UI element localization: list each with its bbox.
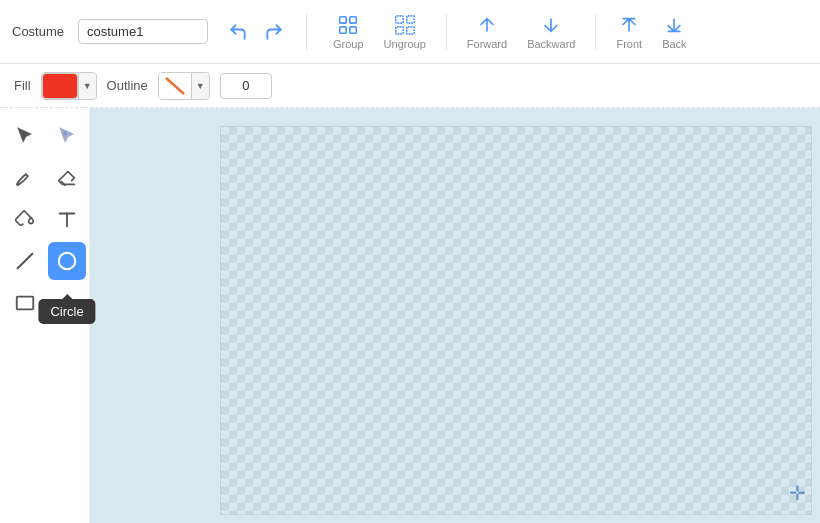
costume-label: Costume [12,24,64,39]
line-tool-button[interactable] [6,242,44,280]
ungroup-label: Ungroup [384,38,426,50]
backward-button[interactable]: Backward [517,12,585,52]
brush-icon [14,166,36,188]
backward-icon [540,14,562,36]
undo-redo-group [222,18,290,46]
outline-label: Outline [107,78,148,93]
group-button[interactable]: Group [323,12,374,52]
circle-icon [56,250,78,272]
outline-color-picker[interactable]: ▼ [158,72,210,100]
brush-tool-button[interactable] [6,158,44,196]
fill-color-swatch [42,73,78,99]
front-icon [618,14,640,36]
forward-button[interactable]: Forward [457,12,517,52]
canvas-cursor-icon: ✛ [789,481,806,505]
select-reshape-icon [56,124,78,146]
front-back-group: Front Back [606,12,696,52]
fill-swatch-arrow: ▼ [78,73,96,99]
arrange-group: Group Ungroup [323,12,436,52]
svg-rect-4 [396,15,403,22]
svg-rect-2 [340,26,346,32]
order-group: Forward Backward [457,12,586,52]
outline-value-input[interactable] [220,73,272,99]
backward-label: Backward [527,38,575,50]
select-tool-button[interactable] [6,116,44,154]
svg-rect-1 [350,16,356,22]
fill-label: Fill [14,78,31,93]
toolbox-spacer [48,284,86,322]
line-icon [14,250,36,272]
undo-button[interactable] [222,18,254,46]
eraser-tool-button[interactable] [48,158,86,196]
canvas-inner[interactable] [220,126,812,515]
outline-swatch-arrow: ▼ [191,73,209,99]
redo-button[interactable] [258,18,290,46]
text-tool-button[interactable] [48,200,86,238]
fill-bucket-icon [14,208,36,230]
ungroup-button[interactable]: Ungroup [374,12,436,52]
fill-color-picker[interactable]: ▼ [41,72,97,100]
outline-diagonal-icon [164,76,186,96]
text-icon [56,208,78,230]
svg-rect-5 [407,15,414,22]
redo-icon [264,22,284,42]
svg-rect-3 [350,26,356,32]
svg-line-8 [166,78,184,94]
svg-point-14 [59,253,76,270]
rectangle-icon [14,292,36,314]
canvas-area[interactable]: ✛ [90,108,820,523]
undo-icon [228,22,248,42]
circle-tool-button[interactable]: Circle [48,242,86,280]
forward-icon [476,14,498,36]
toolbar-divider-2 [446,14,447,50]
svg-rect-7 [407,26,414,33]
group-icon [337,14,359,36]
select-reshape-tool-button[interactable] [48,116,86,154]
forward-label: Forward [467,38,507,50]
front-label: Front [616,38,642,50]
toolbar-divider-3 [595,14,596,50]
svg-point-9 [63,131,67,135]
svg-line-10 [62,182,66,186]
toolbar-divider-1 [306,14,307,50]
toolbox: Circle [0,108,90,523]
svg-line-13 [18,254,33,269]
svg-rect-15 [17,297,34,310]
back-label: Back [662,38,686,50]
back-icon [663,14,685,36]
costume-name-input[interactable] [78,19,208,44]
front-button[interactable]: Front [606,12,652,52]
back-button[interactable]: Back [652,12,696,52]
svg-rect-6 [396,26,403,33]
outline-swatch-icon [159,73,191,99]
fill-tool-button[interactable] [6,200,44,238]
fill-bar: Fill ▼ Outline ▼ [0,64,820,108]
eraser-icon [56,166,78,188]
main-area: Circle ✛ [0,108,820,523]
toolbar: Costume Group [0,0,820,64]
group-label: Group [333,38,364,50]
svg-rect-0 [340,16,346,22]
select-icon [14,124,36,146]
rectangle-tool-button[interactable] [6,284,44,322]
ungroup-icon [394,14,416,36]
